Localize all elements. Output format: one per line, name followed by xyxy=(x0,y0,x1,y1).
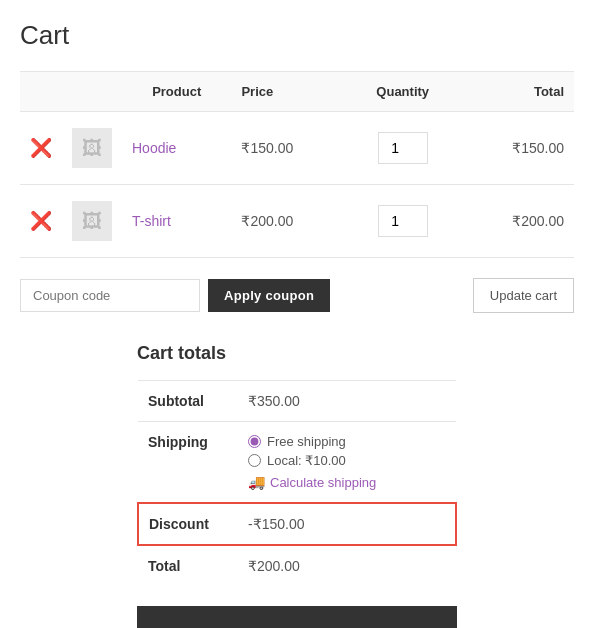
image-placeholder-icon: 🖼 xyxy=(82,210,102,233)
calculate-shipping-link[interactable]: 🚚 Calculate shipping xyxy=(248,474,446,490)
shipping-radio-free[interactable] xyxy=(248,435,261,448)
col-total-header: Total xyxy=(460,72,574,112)
total-row: Total ₹200.00 xyxy=(138,545,456,586)
totals-table: Subtotal ₹350.00 Shipping Free shipping … xyxy=(137,380,457,586)
shipping-free-label: Free shipping xyxy=(267,434,346,449)
checkout-arrow-icon: → xyxy=(376,624,395,628)
product-thumbnail: 🖼 xyxy=(72,128,112,168)
product-name-cell: T-shirt xyxy=(122,185,231,258)
shipping-options-cell: Free shipping Local: ₹10.00 🚚 Calculate … xyxy=(238,422,456,504)
col-quantity-header: Quantity xyxy=(345,72,460,112)
shipping-local-label: Local: ₹10.00 xyxy=(267,453,346,468)
remove-cell: ❌ xyxy=(20,112,62,185)
total-cell: ₹150.00 xyxy=(460,112,574,185)
shipping-label: Shipping xyxy=(138,422,238,504)
total-label: Total xyxy=(138,545,238,586)
shipping-option-local[interactable]: Local: ₹10.00 xyxy=(248,453,446,468)
page-title: Cart xyxy=(20,20,574,51)
quantity-cell xyxy=(345,112,460,185)
image-placeholder-icon: 🖼 xyxy=(82,137,102,160)
shipping-option-free[interactable]: Free shipping xyxy=(248,434,446,449)
thumb-cell: 🖼 xyxy=(62,112,122,185)
col-remove-header xyxy=(20,72,62,112)
subtotal-value: ₹350.00 xyxy=(238,381,456,422)
proceed-to-checkout-button[interactable]: Proceed to checkout → xyxy=(137,606,457,628)
product-link[interactable]: T-shirt xyxy=(132,213,171,229)
remove-icon[interactable]: ❌ xyxy=(30,210,52,232)
cart-totals-section: Cart totals Subtotal ₹350.00 Shipping Fr… xyxy=(137,343,457,628)
shipping-radio-local[interactable] xyxy=(248,454,261,467)
quantity-cell xyxy=(345,185,460,258)
col-price-header: Price xyxy=(231,72,345,112)
product-name-cell: Hoodie xyxy=(122,112,231,185)
coupon-left: Apply coupon xyxy=(20,279,330,312)
product-thumbnail: 🖼 xyxy=(72,201,112,241)
quantity-input[interactable] xyxy=(378,205,428,237)
discount-label: Discount xyxy=(138,503,238,545)
price-cell: ₹200.00 xyxy=(231,185,345,258)
col-thumb-header xyxy=(62,72,122,112)
coupon-row: Apply coupon Update cart xyxy=(20,278,574,313)
remove-icon[interactable]: ❌ xyxy=(30,137,52,159)
discount-value: -₹150.00 xyxy=(238,503,456,545)
subtotal-label: Subtotal xyxy=(138,381,238,422)
truck-icon: 🚚 xyxy=(248,474,265,490)
update-cart-button[interactable]: Update cart xyxy=(473,278,574,313)
table-row: ❌ 🖼 Hoodie ₹150.00 ₹150.00 xyxy=(20,112,574,185)
discount-row: Discount -₹150.00 xyxy=(138,503,456,545)
shipping-row: Shipping Free shipping Local: ₹10.00 🚚 C… xyxy=(138,422,456,504)
cart-totals-title: Cart totals xyxy=(137,343,457,364)
quantity-input[interactable] xyxy=(378,132,428,164)
product-link[interactable]: Hoodie xyxy=(132,140,176,156)
total-cell: ₹200.00 xyxy=(460,185,574,258)
calculate-shipping-label: Calculate shipping xyxy=(270,475,376,490)
remove-cell: ❌ xyxy=(20,185,62,258)
subtotal-row: Subtotal ₹350.00 xyxy=(138,381,456,422)
shipping-options: Free shipping Local: ₹10.00 xyxy=(248,434,446,468)
price-cell: ₹150.00 xyxy=(231,112,345,185)
cart-table: Product Price Quantity Total ❌ 🖼 Hoodie … xyxy=(20,71,574,258)
table-row: ❌ 🖼 T-shirt ₹200.00 ₹200.00 xyxy=(20,185,574,258)
col-product-header: Product xyxy=(122,72,231,112)
apply-coupon-button[interactable]: Apply coupon xyxy=(208,279,330,312)
thumb-cell: 🖼 xyxy=(62,185,122,258)
total-value: ₹200.00 xyxy=(238,545,456,586)
coupon-input[interactable] xyxy=(20,279,200,312)
